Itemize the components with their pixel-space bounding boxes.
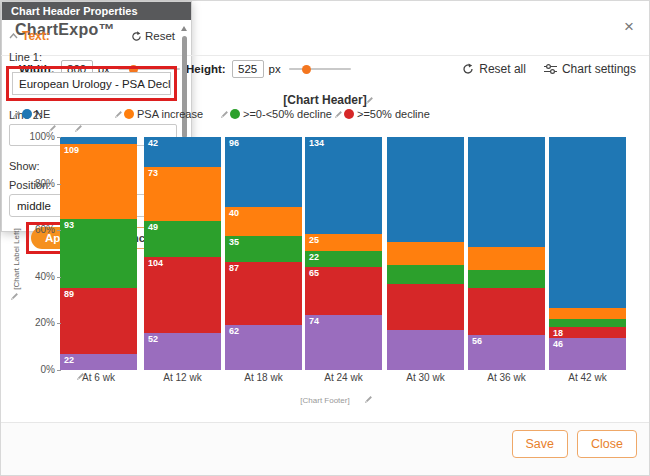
reset-icon bbox=[131, 31, 142, 42]
x-axis-label: At 24 wk bbox=[305, 372, 382, 383]
segment-value-label: 65 bbox=[309, 268, 319, 278]
legend-color-dot bbox=[230, 109, 240, 119]
x-axis-label: At 42 wk bbox=[549, 372, 626, 383]
chart-settings-label: Chart settings bbox=[562, 62, 636, 76]
scrollbar-up-icon[interactable] bbox=[181, 26, 187, 31]
bar-segment: 25 bbox=[305, 234, 382, 251]
bar-at-18-wk: 9640358762 bbox=[225, 137, 302, 370]
bar-segment: 56 bbox=[468, 335, 545, 370]
segment-value-label: 42 bbox=[148, 138, 158, 148]
bar-segment: 52 bbox=[144, 333, 221, 370]
bar-segment: 109 bbox=[60, 144, 137, 219]
x-axis-label: At 12 wk bbox=[144, 372, 221, 383]
legend-item-0[interactable]: NE bbox=[11, 108, 50, 120]
segment-value-label: 22 bbox=[309, 252, 319, 262]
y-axis-tick-label: 0% bbox=[1, 364, 55, 375]
chart-settings-icon bbox=[544, 63, 557, 75]
height-slider[interactable] bbox=[289, 64, 351, 74]
segment-value-label: 35 bbox=[229, 237, 239, 247]
bar-segment bbox=[468, 288, 545, 335]
line1-input[interactable]: European Urology - PSA Decline bbox=[12, 72, 171, 95]
close-button[interactable]: Close bbox=[577, 430, 637, 458]
segment-value-label: 49 bbox=[148, 222, 158, 232]
edit-pencil-icon[interactable] bbox=[75, 371, 86, 382]
bar-segment bbox=[387, 137, 464, 242]
segment-value-label: 109 bbox=[64, 145, 79, 155]
panel-reset-button[interactable]: Reset bbox=[131, 30, 175, 42]
legend-label: >=0-<50% decline bbox=[243, 108, 332, 120]
bar-segment: 42 bbox=[144, 137, 221, 167]
segment-value-label: 18 bbox=[553, 328, 563, 338]
y-axis-tick-mark bbox=[57, 323, 61, 324]
close-icon[interactable]: × bbox=[624, 18, 634, 35]
bar-segment: 22 bbox=[305, 251, 382, 267]
segment-value-label: 73 bbox=[148, 168, 158, 178]
edit-pencil-icon[interactable] bbox=[363, 394, 374, 405]
legend-item-1[interactable]: PSA increase bbox=[113, 108, 203, 120]
segment-value-label: 56 bbox=[472, 336, 482, 346]
edit-pencil-icon[interactable] bbox=[47, 123, 58, 134]
bar-segment: 134 bbox=[305, 137, 382, 234]
bar-segment bbox=[468, 247, 545, 270]
segment-value-label: 96 bbox=[229, 138, 239, 148]
y-axis-tick-mark bbox=[57, 137, 61, 138]
bar-segment: 22 bbox=[60, 354, 137, 370]
legend-label: NE bbox=[35, 108, 50, 120]
height-label: Height: bbox=[186, 63, 226, 75]
text-section-label: Text: bbox=[22, 29, 50, 43]
legend-color-dot bbox=[124, 109, 134, 119]
bar-segment: 89 bbox=[60, 288, 137, 353]
edit-pencil-icon[interactable] bbox=[11, 109, 22, 120]
x-axis-label: At 36 wk bbox=[468, 372, 545, 383]
legend-color-dot bbox=[22, 109, 32, 119]
bar-segment: 87 bbox=[225, 262, 302, 325]
reset-all-button[interactable]: Reset all bbox=[462, 62, 526, 76]
legend-item-2[interactable]: >=0-<50% decline bbox=[219, 108, 332, 120]
bar-segment: 96 bbox=[225, 137, 302, 207]
height-unit: px bbox=[269, 63, 281, 75]
height-input[interactable]: 525 bbox=[232, 60, 264, 78]
chart-settings-button[interactable]: Chart settings bbox=[544, 62, 636, 76]
legend-item-3[interactable]: >=50% decline bbox=[333, 108, 430, 120]
chartexpo-dialog: ChartExpo™ × Width: 800 px Height: 525 p… bbox=[0, 0, 650, 476]
save-button[interactable]: Save bbox=[512, 430, 569, 458]
x-axis-label: At 18 wk bbox=[225, 372, 302, 383]
edit-pencil-icon[interactable] bbox=[364, 95, 375, 106]
collapse-caret-icon[interactable] bbox=[9, 33, 18, 39]
bar-segment: 62 bbox=[225, 325, 302, 370]
bar-segment bbox=[468, 137, 545, 247]
bar-segment: 73 bbox=[144, 167, 221, 221]
bar-segment: 18 bbox=[549, 327, 626, 338]
segment-value-label: 25 bbox=[309, 235, 319, 245]
edit-pencil-icon[interactable] bbox=[73, 123, 84, 134]
y-axis-tick-mark bbox=[57, 370, 61, 371]
bar-segment bbox=[60, 137, 137, 144]
edit-pencil-icon[interactable] bbox=[333, 109, 344, 120]
segment-value-label: 104 bbox=[148, 258, 163, 268]
segment-value-label: 93 bbox=[64, 220, 74, 230]
edit-pencil-icon[interactable] bbox=[9, 291, 20, 302]
chart-footer-title: [Chart Footer] bbox=[1, 396, 649, 405]
bar-segment bbox=[549, 137, 626, 308]
legend-label: PSA increase bbox=[137, 108, 203, 120]
bar-segment: 65 bbox=[305, 267, 382, 315]
bar-at-36-wk: 56 bbox=[468, 137, 545, 370]
scrollbar-thumb[interactable] bbox=[182, 36, 187, 138]
bar-segment: 49 bbox=[144, 221, 221, 257]
segment-value-label: 134 bbox=[309, 138, 324, 148]
bar-at-24-wk: 13425226574 bbox=[305, 137, 382, 370]
bar-at-30-wk bbox=[387, 137, 464, 370]
panel-title: Chart Header Properties bbox=[2, 2, 191, 20]
segment-value-label: 62 bbox=[229, 326, 239, 336]
y-axis-tick-mark bbox=[57, 184, 61, 185]
segment-value-label: 46 bbox=[553, 339, 563, 349]
bar-segment bbox=[549, 319, 626, 327]
reset-all-label: Reset all bbox=[479, 62, 526, 76]
bar-segment: 93 bbox=[60, 219, 137, 289]
plot-area: 1099389224273491045296403587621342522657… bbox=[60, 137, 627, 370]
edit-pencil-icon[interactable] bbox=[113, 109, 124, 120]
bar-segment: 74 bbox=[305, 315, 382, 370]
edit-pencil-icon[interactable] bbox=[219, 109, 230, 120]
height-slider-knob[interactable] bbox=[302, 65, 311, 74]
line1-value: European Urology - PSA Decline bbox=[19, 78, 171, 90]
